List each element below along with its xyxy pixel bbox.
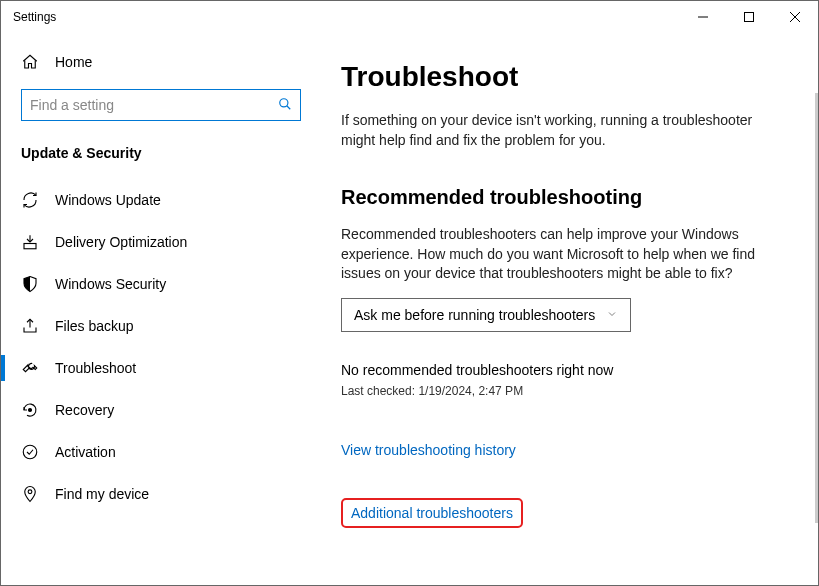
page-heading: Troubleshoot xyxy=(341,61,788,93)
svg-point-9 xyxy=(28,490,32,494)
search-icon xyxy=(278,97,292,114)
sidebar-item-label: Activation xyxy=(55,444,116,460)
maximize-button[interactable] xyxy=(726,1,772,33)
intro-text: If something on your device isn't workin… xyxy=(341,111,781,150)
sidebar-item-label: Recovery xyxy=(55,402,114,418)
search-input[interactable] xyxy=(30,97,278,113)
check-circle-icon xyxy=(21,443,39,461)
recommended-heading: Recommended troubleshooting xyxy=(341,186,788,209)
window-title: Settings xyxy=(13,10,56,24)
main-content: Troubleshoot If something on your device… xyxy=(321,33,818,585)
sidebar-item-find-my-device[interactable]: Find my device xyxy=(1,473,321,515)
shield-icon xyxy=(21,275,39,293)
sidebar-item-troubleshoot[interactable]: Troubleshoot xyxy=(1,347,321,389)
view-history-link[interactable]: View troubleshooting history xyxy=(341,442,516,458)
chevron-down-icon xyxy=(606,307,618,323)
sidebar-item-label: Windows Update xyxy=(55,192,161,208)
minimize-button[interactable] xyxy=(680,1,726,33)
sidebar-item-label: Delivery Optimization xyxy=(55,234,187,250)
sync-icon xyxy=(21,191,39,209)
settings-window: Settings Home xyxy=(0,0,819,586)
window-controls xyxy=(680,1,818,33)
svg-line-5 xyxy=(287,105,291,109)
dropdown-value: Ask me before running troubleshooters xyxy=(354,307,595,323)
sidebar-item-windows-update[interactable]: Windows Update xyxy=(1,179,321,221)
sidebar-item-label: Files backup xyxy=(55,318,134,334)
additional-troubleshooters-link[interactable]: Additional troubleshooters xyxy=(351,505,513,521)
minimize-icon xyxy=(698,12,708,22)
sidebar-item-label: Find my device xyxy=(55,486,149,502)
backup-icon xyxy=(21,317,39,335)
highlight-callout: Additional troubleshooters xyxy=(341,498,523,528)
close-icon xyxy=(790,12,800,22)
home-label: Home xyxy=(55,54,92,70)
titlebar: Settings xyxy=(1,1,818,33)
recovery-icon xyxy=(21,401,39,419)
sidebar-nav: Windows Update Delivery Optimization Win… xyxy=(1,173,321,515)
sidebar-item-delivery-optimization[interactable]: Delivery Optimization xyxy=(1,221,321,263)
search-container xyxy=(1,81,321,135)
svg-rect-6 xyxy=(24,244,36,249)
svg-point-7 xyxy=(29,409,32,412)
sidebar-section-title: Update & Security xyxy=(1,135,321,173)
sidebar: Home Update & Security Windows Update xyxy=(1,33,321,585)
troubleshoot-preference-dropdown[interactable]: Ask me before running troubleshooters xyxy=(341,298,631,332)
sidebar-item-activation[interactable]: Activation xyxy=(1,431,321,473)
scrollbar[interactable] xyxy=(815,93,818,523)
wrench-icon xyxy=(21,359,39,377)
svg-rect-1 xyxy=(745,13,754,22)
sidebar-item-files-backup[interactable]: Files backup xyxy=(1,305,321,347)
close-button[interactable] xyxy=(772,1,818,33)
sidebar-item-label: Windows Security xyxy=(55,276,166,292)
location-icon xyxy=(21,485,39,503)
window-body: Home Update & Security Windows Update xyxy=(1,33,818,585)
no-recommended-text: No recommended troubleshooters right now xyxy=(341,362,788,378)
last-checked-text: Last checked: 1/19/2024, 2:47 PM xyxy=(341,384,788,398)
home-nav[interactable]: Home xyxy=(1,43,321,81)
sidebar-item-label: Troubleshoot xyxy=(55,360,136,376)
sidebar-item-recovery[interactable]: Recovery xyxy=(1,389,321,431)
recommended-description: Recommended troubleshooters can help imp… xyxy=(341,225,781,284)
search-box[interactable] xyxy=(21,89,301,121)
maximize-icon xyxy=(744,12,754,22)
sidebar-item-windows-security[interactable]: Windows Security xyxy=(1,263,321,305)
svg-point-8 xyxy=(23,445,37,459)
svg-point-4 xyxy=(280,98,288,106)
delivery-icon xyxy=(21,233,39,251)
home-icon xyxy=(21,53,39,71)
